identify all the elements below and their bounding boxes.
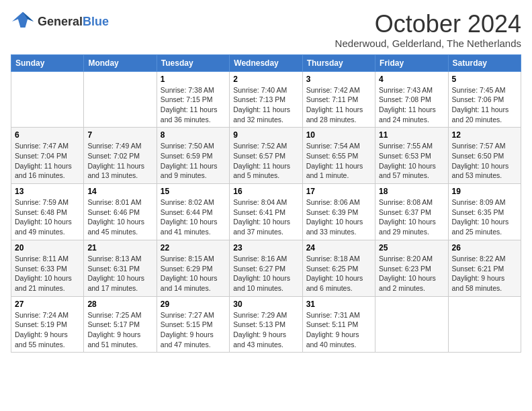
day-number: 5 (452, 75, 517, 84)
day-detail: Sunrise: 8:09 AMSunset: 6:35 PMDaylight:… (452, 197, 517, 237)
day-detail: Sunrise: 8:20 AMSunset: 6:23 PMDaylight:… (379, 254, 444, 293)
title-block: October 2024 Nederwoud, Gelderland, The … (335, 11, 521, 49)
day-detail: Sunrise: 8:13 AMSunset: 6:31 PMDaylight:… (87, 254, 152, 293)
calendar-cell: 7Sunrise: 7:49 AMSunset: 7:02 PMDaylight… (84, 128, 157, 184)
day-number: 1 (161, 75, 226, 84)
day-number: 9 (233, 130, 298, 140)
day-number: 6 (15, 130, 80, 140)
day-detail: Sunrise: 7:47 AMSunset: 7:04 PMDaylight:… (15, 141, 80, 181)
week-row-5: 27Sunrise: 7:24 AMSunset: 5:19 PMDayligh… (11, 296, 521, 353)
day-detail: Sunrise: 7:42 AMSunset: 7:11 PMDaylight:… (306, 85, 371, 125)
day-detail: Sunrise: 7:24 AMSunset: 5:19 PMDaylight:… (15, 310, 80, 350)
logo-icon (11, 11, 35, 32)
calendar-cell: 9Sunrise: 7:52 AMSunset: 6:57 PMDaylight… (230, 128, 302, 184)
calendar-cell: 26Sunrise: 8:22 AMSunset: 6:21 PMDayligh… (448, 240, 521, 296)
day-number: 19 (452, 187, 517, 196)
day-number: 17 (306, 187, 371, 196)
logo-text: GeneralBlue (38, 15, 109, 29)
week-row-3: 13Sunrise: 7:59 AMSunset: 6:48 PMDayligh… (11, 184, 521, 240)
day-detail: Sunrise: 7:55 AMSunset: 6:53 PMDaylight:… (379, 141, 444, 181)
day-detail: Sunrise: 8:22 AMSunset: 6:21 PMDaylight:… (452, 254, 517, 293)
calendar-cell: 29Sunrise: 7:27 AMSunset: 5:15 PMDayligh… (157, 296, 229, 353)
calendar-cell: 16Sunrise: 8:04 AMSunset: 6:41 PMDayligh… (230, 184, 302, 240)
day-detail: Sunrise: 7:54 AMSunset: 6:55 PMDaylight:… (306, 141, 371, 181)
day-detail: Sunrise: 7:59 AMSunset: 6:48 PMDaylight:… (15, 197, 80, 237)
day-number: 18 (379, 187, 444, 196)
day-detail: Sunrise: 7:31 AMSunset: 5:11 PMDaylight:… (306, 310, 371, 350)
calendar-cell: 12Sunrise: 7:57 AMSunset: 6:50 PMDayligh… (448, 128, 521, 184)
day-number: 14 (87, 187, 152, 196)
day-number: 25 (379, 243, 444, 253)
calendar-cell: 10Sunrise: 7:54 AMSunset: 6:55 PMDayligh… (302, 128, 375, 184)
logo: GeneralBlue (11, 11, 109, 32)
day-number: 4 (379, 75, 444, 84)
column-header-friday: Friday (375, 54, 448, 71)
calendar-cell: 24Sunrise: 8:18 AMSunset: 6:25 PMDayligh… (302, 240, 375, 296)
calendar-cell: 3Sunrise: 7:42 AMSunset: 7:11 PMDaylight… (302, 71, 375, 128)
day-detail: Sunrise: 8:15 AMSunset: 6:29 PMDaylight:… (161, 254, 226, 293)
day-detail: Sunrise: 8:02 AMSunset: 6:44 PMDaylight:… (161, 197, 226, 237)
day-number: 29 (161, 300, 226, 309)
column-header-sunday: Sunday (11, 54, 84, 71)
calendar-cell: 8Sunrise: 7:50 AMSunset: 6:59 PMDaylight… (157, 128, 229, 184)
column-header-tuesday: Tuesday (157, 54, 229, 71)
day-number: 27 (15, 300, 80, 309)
location-subtitle: Nederwoud, Gelderland, The Netherlands (335, 38, 521, 49)
day-detail: Sunrise: 7:52 AMSunset: 6:57 PMDaylight:… (233, 141, 298, 181)
day-number: 11 (379, 130, 444, 140)
column-header-saturday: Saturday (448, 54, 521, 71)
day-number: 2 (233, 75, 298, 84)
day-number: 15 (161, 187, 226, 196)
calendar-cell: 4Sunrise: 7:43 AMSunset: 7:08 PMDaylight… (375, 71, 448, 128)
calendar-header-row: SundayMondayTuesdayWednesdayThursdayFrid… (11, 54, 521, 71)
calendar-cell: 14Sunrise: 8:01 AMSunset: 6:46 PMDayligh… (84, 184, 157, 240)
day-detail: Sunrise: 7:57 AMSunset: 6:50 PMDaylight:… (452, 141, 517, 181)
day-number: 7 (87, 130, 152, 140)
calendar-cell: 21Sunrise: 8:13 AMSunset: 6:31 PMDayligh… (84, 240, 157, 296)
day-number: 26 (452, 243, 517, 253)
column-header-thursday: Thursday (302, 54, 375, 71)
calendar-cell: 11Sunrise: 7:55 AMSunset: 6:53 PMDayligh… (375, 128, 448, 184)
day-detail: Sunrise: 8:01 AMSunset: 6:46 PMDaylight:… (87, 197, 152, 237)
day-number: 21 (87, 243, 152, 253)
calendar-table: SundayMondayTuesdayWednesdayThursdayFrid… (11, 54, 521, 353)
week-row-1: 1Sunrise: 7:38 AMSunset: 7:15 PMDaylight… (11, 71, 521, 128)
calendar-cell: 6Sunrise: 7:47 AMSunset: 7:04 PMDaylight… (11, 128, 84, 184)
calendar-cell (11, 71, 84, 128)
day-detail: Sunrise: 8:04 AMSunset: 6:41 PMDaylight:… (233, 197, 298, 237)
day-number: 30 (233, 300, 298, 309)
calendar-cell: 5Sunrise: 7:45 AMSunset: 7:06 PMDaylight… (448, 71, 521, 128)
day-detail: Sunrise: 7:27 AMSunset: 5:15 PMDaylight:… (161, 310, 226, 350)
day-detail: Sunrise: 8:16 AMSunset: 6:27 PMDaylight:… (233, 254, 298, 293)
day-detail: Sunrise: 7:49 AMSunset: 7:02 PMDaylight:… (87, 141, 152, 181)
day-number: 23 (233, 243, 298, 253)
column-header-wednesday: Wednesday (230, 54, 302, 71)
day-number: 16 (233, 187, 298, 196)
day-detail: Sunrise: 7:40 AMSunset: 7:13 PMDaylight:… (233, 85, 298, 125)
calendar-cell: 2Sunrise: 7:40 AMSunset: 7:13 PMDaylight… (230, 71, 302, 128)
calendar-cell (448, 296, 521, 353)
calendar-cell: 18Sunrise: 8:08 AMSunset: 6:37 PMDayligh… (375, 184, 448, 240)
day-detail: Sunrise: 8:18 AMSunset: 6:25 PMDaylight:… (306, 254, 371, 293)
day-detail: Sunrise: 7:45 AMSunset: 7:06 PMDaylight:… (452, 85, 517, 125)
week-row-2: 6Sunrise: 7:47 AMSunset: 7:04 PMDaylight… (11, 128, 521, 184)
calendar-cell: 20Sunrise: 8:11 AMSunset: 6:33 PMDayligh… (11, 240, 84, 296)
day-number: 10 (306, 130, 371, 140)
day-number: 8 (161, 130, 226, 140)
day-number: 28 (87, 300, 152, 309)
calendar-cell: 30Sunrise: 7:29 AMSunset: 5:13 PMDayligh… (230, 296, 302, 353)
day-detail: Sunrise: 8:08 AMSunset: 6:37 PMDaylight:… (379, 197, 444, 237)
day-detail: Sunrise: 7:43 AMSunset: 7:08 PMDaylight:… (379, 85, 444, 125)
calendar-cell: 17Sunrise: 8:06 AMSunset: 6:39 PMDayligh… (302, 184, 375, 240)
day-number: 12 (452, 130, 517, 140)
day-number: 31 (306, 300, 371, 309)
day-number: 3 (306, 75, 371, 84)
calendar-cell: 15Sunrise: 8:02 AMSunset: 6:44 PMDayligh… (157, 184, 229, 240)
day-number: 24 (306, 243, 371, 253)
day-detail: Sunrise: 7:29 AMSunset: 5:13 PMDaylight:… (233, 310, 298, 350)
calendar-cell: 23Sunrise: 8:16 AMSunset: 6:27 PMDayligh… (230, 240, 302, 296)
calendar-cell: 1Sunrise: 7:38 AMSunset: 7:15 PMDaylight… (157, 71, 229, 128)
calendar-cell (375, 296, 448, 353)
calendar-cell: 27Sunrise: 7:24 AMSunset: 5:19 PMDayligh… (11, 296, 84, 353)
day-detail: Sunrise: 8:11 AMSunset: 6:33 PMDaylight:… (15, 254, 80, 293)
